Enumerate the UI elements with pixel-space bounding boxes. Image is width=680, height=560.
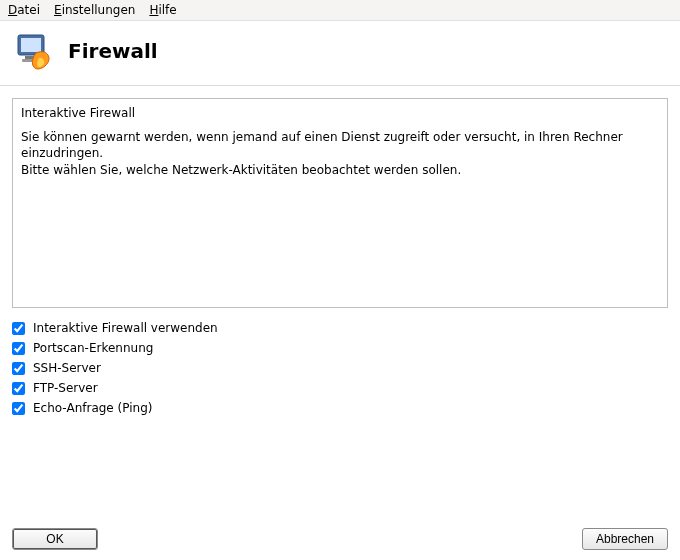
checkbox-ftp[interactable] <box>12 382 25 395</box>
menu-file-mnemonic: D <box>8 3 17 17</box>
option-label: SSH-Server <box>33 361 101 375</box>
option-use-interactive[interactable]: Interaktive Firewall verwenden <box>12 318 668 338</box>
option-ftp[interactable]: FTP-Server <box>12 378 668 398</box>
info-body: Sie können gewarnt werden, wenn jemand a… <box>21 129 659 178</box>
option-ping[interactable]: Echo-Anfrage (Ping) <box>12 398 668 418</box>
option-label: Echo-Anfrage (Ping) <box>33 401 152 415</box>
menu-prefs-mnemonic: E <box>54 3 62 17</box>
checkbox-ping[interactable] <box>12 402 25 415</box>
option-ssh[interactable]: SSH-Server <box>12 358 668 378</box>
option-portscan[interactable]: Portscan-Erkennung <box>12 338 668 358</box>
ok-button[interactable]: OK <box>12 528 98 550</box>
checkbox-ssh[interactable] <box>12 362 25 375</box>
svg-rect-1 <box>21 38 41 52</box>
option-label: Portscan-Erkennung <box>33 341 153 355</box>
content: Interaktive Firewall Sie können gewarnt … <box>0 86 680 518</box>
menu-prefs[interactable]: Einstellungen <box>54 3 135 17</box>
menubar: Datei Einstellungen Hilfe <box>0 0 680 21</box>
option-label: FTP-Server <box>33 381 98 395</box>
page-title: Firewall <box>68 39 158 63</box>
cancel-button[interactable]: Abbrechen <box>582 528 668 550</box>
menu-file-rest: atei <box>17 3 40 17</box>
menu-help[interactable]: Hilfe <box>149 3 176 17</box>
options-list: Interaktive Firewall verwenden Portscan-… <box>12 318 668 418</box>
firewall-icon <box>14 31 54 71</box>
option-label: Interaktive Firewall verwenden <box>33 321 218 335</box>
menu-help-rest: ilfe <box>158 3 176 17</box>
info-heading: Interaktive Firewall <box>21 105 659 121</box>
checkbox-portscan[interactable] <box>12 342 25 355</box>
header: Firewall <box>0 21 680 86</box>
footer: OK Abbrechen <box>0 518 680 560</box>
menu-prefs-rest: instellungen <box>62 3 136 17</box>
info-body-line2: Bitte wählen Sie, welche Netzwerk-Aktivi… <box>21 163 461 177</box>
info-box: Interaktive Firewall Sie können gewarnt … <box>12 98 668 308</box>
menu-file[interactable]: Datei <box>8 3 40 17</box>
info-body-line1: Sie können gewarnt werden, wenn jemand a… <box>21 130 623 160</box>
checkbox-use-interactive[interactable] <box>12 322 25 335</box>
